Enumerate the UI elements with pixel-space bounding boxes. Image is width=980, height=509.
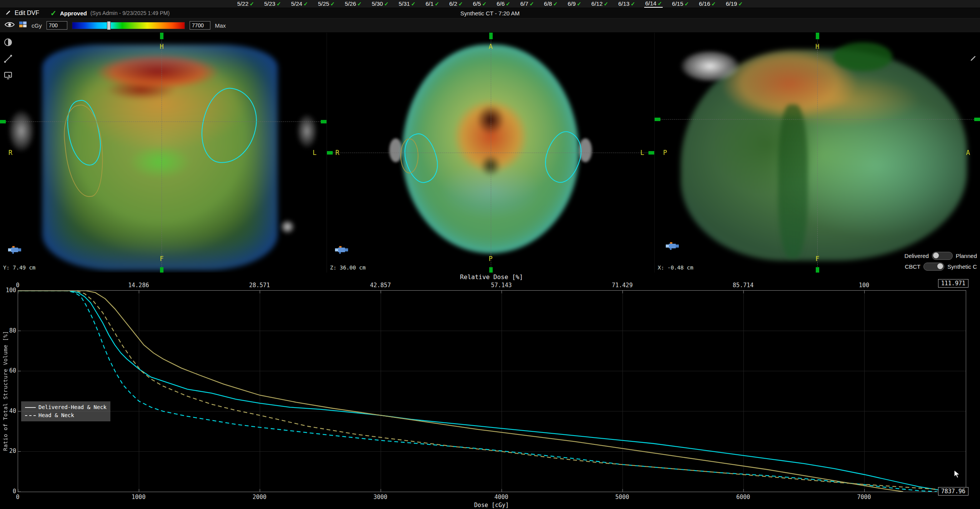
screen-capture-icon[interactable] <box>3 70 13 80</box>
dose-review-application: 5/22✓5/23✓5/24✓5/25✓5/26✓5/30✓5/31✓6/1✓6… <box>0 0 980 509</box>
timeline-date-6-1[interactable]: 6/1✓ <box>425 0 440 7</box>
timeline-date-6-8[interactable]: 6/8✓ <box>543 0 558 7</box>
coronal-viewport[interactable]: H R L F Y: 7.49 cm <box>0 33 327 273</box>
contour-olive-left <box>400 138 418 173</box>
volume-tick: 20 <box>0 447 16 454</box>
date-label: 6/15 <box>672 0 683 7</box>
date-approved-check-icon: ✓ <box>631 1 635 7</box>
crosshair-vertical <box>817 33 818 273</box>
fraction-timeline-bar: 5/22✓5/23✓5/24✓5/25✓5/26✓5/30✓5/31✓6/1✓6… <box>0 0 980 8</box>
date-approved-check-icon: ✓ <box>384 1 389 7</box>
slice-marker-bottom[interactable] <box>489 267 493 273</box>
date-label: 6/19 <box>726 0 737 7</box>
date-approved-check-icon: ✓ <box>411 1 416 7</box>
legend-label: Head & Neck <box>38 411 74 419</box>
relative-dose-ticks: 014.28628.57142.85757.14371.42985.714100 <box>18 282 965 289</box>
approval-details: (Sys Admin - 9/23/2025 1:49 PM) <box>90 10 170 16</box>
window-level-icon[interactable] <box>3 37 13 47</box>
slice-marker-right[interactable] <box>321 120 327 123</box>
timeline-date-5-30[interactable]: 5/30✓ <box>371 0 390 7</box>
axial-viewport[interactable]: A R L P Z: 36.00 cm <box>327 33 655 273</box>
timeline-date-6-2[interactable]: 6/2✓ <box>448 0 464 7</box>
timeline-date-5-26[interactable]: 5/26✓ <box>344 0 363 7</box>
timeline-date-5-25[interactable]: 5/25✓ <box>317 0 336 7</box>
timeline-date-6-7[interactable]: 6/7✓ <box>520 0 535 7</box>
timeline-date-5-23[interactable]: 5/23✓ <box>263 0 282 7</box>
ct-bone-spot <box>278 217 297 236</box>
orientation-label-posterior: P <box>663 149 667 156</box>
date-approved-check-icon: ✓ <box>577 1 582 7</box>
date-label: 5/22 <box>237 0 248 7</box>
slice-marker-left[interactable] <box>0 120 6 123</box>
pen-tool-icon[interactable] <box>969 54 978 64</box>
cbct-synthetic-toggle[interactable] <box>923 263 944 271</box>
timeline-date-6-12[interactable]: 6/12✓ <box>591 0 609 7</box>
timeline-date-6-6[interactable]: 6/6✓ <box>496 0 511 7</box>
timeline-date-5-22[interactable]: 5/22✓ <box>237 0 255 7</box>
slice-marker-top[interactable] <box>489 33 493 39</box>
edit-dvf-button[interactable]: Edit DVF <box>15 10 39 17</box>
timeline-date-6-5[interactable]: 6/5✓ <box>472 0 488 7</box>
synthetic-ct-label: Synthetic C <box>947 263 977 270</box>
slice-marker-bottom[interactable] <box>816 267 819 273</box>
delivered-planned-toggle[interactable] <box>932 252 953 260</box>
viewer-tool-palette <box>3 37 13 80</box>
dvh-plot-area[interactable]: Delivered-Head & NeckHead & Neck <box>18 290 966 492</box>
dose-colorwash-toolbar: cGy Max <box>0 18 980 33</box>
relative-dose-tick: 42.857 <box>370 282 391 289</box>
dvh-legend: Delivered-Head & NeckHead & Neck <box>21 401 110 421</box>
image-series-title: Synthetic CT - 7:20 AM <box>460 10 520 17</box>
header-bar: Edit DVF ✓ Approved (Sys Admin - 9/23/20… <box>0 8 980 18</box>
dvh-curve-2 <box>18 291 903 492</box>
relative-dose-axis-label: Relative Dose [%] <box>18 273 965 281</box>
measure-tool-icon[interactable] <box>3 54 13 64</box>
orientation-label-anterior: A <box>966 149 970 156</box>
date-label: 6/1 <box>425 0 433 7</box>
dose-color-gradient[interactable] <box>72 22 185 29</box>
dose-min-input[interactable] <box>47 21 67 30</box>
date-label: 6/14 <box>645 0 656 7</box>
date-label: 6/2 <box>449 0 457 7</box>
dvh-curve-3 <box>18 291 966 491</box>
timeline-date-5-31[interactable]: 5/31✓ <box>398 0 416 7</box>
timeline-date-6-9[interactable]: 6/9✓ <box>567 0 582 7</box>
colorwash-palette-icon[interactable] <box>19 22 27 29</box>
dose-tick: 2000 <box>253 494 267 501</box>
slice-marker-left[interactable] <box>327 151 333 155</box>
timeline-date-6-16[interactable]: 6/16✓ <box>698 0 717 7</box>
date-label: 6/7 <box>520 0 528 7</box>
sagittal-viewport[interactable]: H P A F X: -0.48 cm Delivered Planned <box>655 33 980 273</box>
date-approved-check-icon: ✓ <box>553 1 558 7</box>
date-approved-check-icon: ✓ <box>250 1 254 7</box>
x-axis-label: Dose [cGy] <box>18 502 965 509</box>
timeline-date-6-14[interactable]: 6/14✓ <box>644 0 663 8</box>
toggle-knob <box>937 263 943 269</box>
slice-marker-right[interactable] <box>648 151 654 155</box>
crosshair-horizontal <box>0 121 327 122</box>
y-axis-label: Ratio of Total Structure Volume [%] <box>2 290 8 491</box>
slice-marker-top[interactable] <box>160 33 163 39</box>
timeline-date-5-24[interactable]: 5/24✓ <box>290 0 309 7</box>
volume-tick: 40 <box>0 408 16 414</box>
dose-tick: 4000 <box>494 494 508 501</box>
date-label: 6/6 <box>497 0 505 7</box>
date-label: 5/31 <box>398 0 410 7</box>
timeline-date-6-13[interactable]: 6/13✓ <box>617 0 636 7</box>
timeline-date-6-19[interactable]: 6/19✓ <box>725 0 743 7</box>
timeline-date-6-15[interactable]: 6/15✓ <box>671 0 690 7</box>
legend-entry: Head & Neck <box>25 411 107 419</box>
date-label: 6/5 <box>473 0 481 7</box>
date-approved-check-icon: ✓ <box>658 0 662 7</box>
visibility-eye-icon[interactable] <box>5 21 15 30</box>
gradient-slider-handle[interactable] <box>107 21 111 30</box>
slice-marker-bottom[interactable] <box>160 267 163 273</box>
orientation-label-inferior: F <box>815 255 819 263</box>
date-label: 5/25 <box>318 0 329 7</box>
slice-marker-right[interactable] <box>974 118 980 121</box>
slice-marker-top[interactable] <box>816 33 819 39</box>
orientation-label-anterior: A <box>488 43 492 50</box>
dose-max-input[interactable] <box>190 21 210 30</box>
relative-dose-tick: 0 <box>16 282 19 289</box>
relative-dose-tick: 71.429 <box>612 282 633 289</box>
slice-marker-left[interactable] <box>655 118 660 121</box>
